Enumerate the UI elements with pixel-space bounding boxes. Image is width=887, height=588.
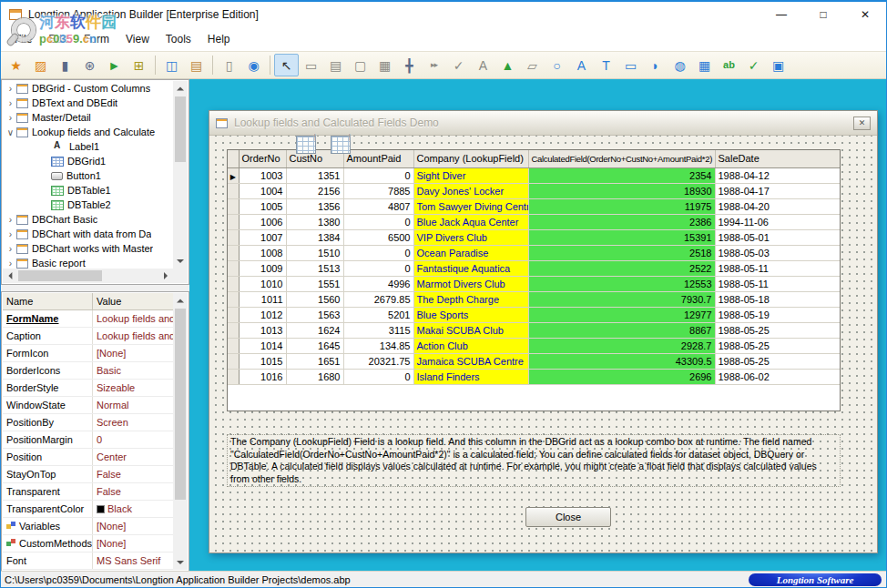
property-value-cell[interactable]: [None] — [93, 535, 173, 552]
property-row[interactable]: BorderIcons Basic — [3, 362, 173, 380]
tree-item[interactable]: › DBChart Basic — [3, 212, 173, 227]
menu-item[interactable]: View — [117, 29, 158, 49]
property-value-cell[interactable]: Normal — [93, 397, 173, 413]
cell-orderno[interactable]: 1012 — [239, 307, 286, 322]
label-icon[interactable]: A — [471, 54, 495, 76]
cell-orderno[interactable]: 1011 — [239, 291, 286, 307]
dbimage-icon[interactable]: ▣ — [766, 54, 790, 76]
dbcheckbox-icon[interactable]: ✓ — [741, 54, 766, 76]
cell-orderno[interactable]: 1006 — [239, 214, 286, 229]
property-row[interactable]: PositionMargin 0 — [3, 431, 173, 449]
tree-expand-icon[interactable]: › — [5, 113, 16, 123]
dbgrid-icon[interactable]: ▦ — [692, 54, 717, 76]
cell-orderno[interactable]: 1010 — [239, 276, 286, 291]
cell-company[interactable]: Island Finders — [413, 369, 528, 384]
scroll-up-icon[interactable] — [173, 293, 188, 308]
property-row[interactable]: FormIcon [None] — [3, 345, 173, 362]
cell-saledate[interactable]: 1988-04-12 — [715, 167, 840, 183]
cell-amountpaid[interactable]: 0 — [343, 369, 413, 384]
cell-company[interactable]: Sight Diver — [413, 167, 528, 183]
property-row[interactable]: WindowState Normal — [3, 397, 173, 414]
grid-row[interactable]: 1009 1513 0 Fantastique Aquatica 2522 19… — [228, 260, 840, 276]
properties-vertical-scrollbar[interactable] — [173, 293, 188, 570]
cell-company[interactable]: Makai SCUBA Club — [413, 322, 528, 338]
cell-calculatedfield[interactable]: 7930.7 — [528, 291, 715, 307]
cell-orderno[interactable]: 1007 — [239, 229, 286, 245]
cell-saledate[interactable]: 1988-04-17 — [715, 183, 840, 198]
scroll-down-icon[interactable] — [173, 254, 188, 269]
property-value-cell[interactable]: Sizeable — [93, 380, 173, 396]
new-form-icon[interactable]: ▯ — [217, 54, 241, 76]
new-project-icon[interactable]: ★ — [4, 54, 28, 76]
cell-company[interactable]: Ocean Paradise — [413, 245, 528, 260]
cell-company[interactable]: Action Club — [413, 338, 528, 353]
cell-calculatedfield[interactable]: 2522 — [528, 260, 715, 276]
tree-expand-icon[interactable]: › — [5, 259, 16, 269]
dbtable1-component-icon[interactable] — [296, 136, 316, 154]
property-row[interactable]: StayOnTop False — [3, 466, 173, 483]
property-value-cell[interactable]: Lookup fields and — [93, 328, 173, 344]
cell-saledate[interactable]: 1988-05-25 — [715, 322, 840, 338]
tree-item[interactable]: DBTable1 — [3, 183, 173, 198]
tree-vertical-scrollbar[interactable] — [173, 81, 188, 269]
tree-expand-icon[interactable]: › — [5, 244, 16, 254]
tree-expand-icon[interactable]: › — [5, 98, 16, 108]
save-icon[interactable]: ▮ — [53, 54, 77, 76]
dbedit-icon[interactable]: ab — [717, 54, 741, 76]
cell-orderno[interactable]: 1013 — [239, 322, 286, 338]
cell-calculatedfield[interactable]: 12553 — [528, 276, 715, 291]
tree-item[interactable]: › DBGrid - Custom Columns — [3, 81, 173, 96]
copy-icon[interactable]: ◫ — [159, 54, 184, 76]
cell-company[interactable]: Davy Jones' Locker — [413, 183, 528, 198]
grid-row[interactable]: 1012 1563 5201 Blue Sports 12977 1988-05… — [228, 307, 840, 322]
dbtable2-component-icon[interactable] — [331, 136, 351, 154]
cell-company[interactable]: Blue Jack Aqua Center — [413, 214, 528, 229]
grid-row[interactable]: 1007 1384 6500 VIP Divers Club 15391 198… — [228, 229, 840, 245]
maximize-button[interactable]: □ — [802, 2, 844, 27]
cell-amountpaid[interactable]: 5201 — [343, 307, 413, 322]
grid-row[interactable]: 1010 1551 4996 Marmot Divers Club 12553 … — [228, 276, 840, 291]
scrollbar-thumb[interactable] — [18, 270, 102, 281]
menu-item[interactable]: Tools — [158, 29, 199, 49]
cell-custno[interactable]: 1551 — [286, 276, 343, 291]
cell-custno[interactable]: 1563 — [286, 307, 343, 322]
form-titlebar[interactable]: Lookup fields and Calculated Fields Demo… — [209, 111, 877, 136]
cell-custno[interactable]: 1560 — [286, 291, 343, 307]
cell-calculatedfield[interactable]: 43309.5 — [528, 353, 715, 369]
cell-amountpaid[interactable]: 0 — [343, 167, 413, 183]
run-icon[interactable]: ► — [102, 54, 127, 76]
scroll-up-icon[interactable] — [173, 81, 188, 96]
minimize-button[interactable]: — — [760, 2, 802, 27]
cell-saledate[interactable]: 1988-06-02 — [715, 369, 840, 384]
cell-orderno[interactable]: 1016 — [239, 369, 286, 384]
tree-item[interactable]: › DBChart with data from Da — [3, 227, 173, 241]
tree-item[interactable]: DBTable2 — [3, 198, 173, 212]
cell-calculatedfield[interactable]: 8867 — [528, 322, 715, 338]
cell-amountpaid[interactable]: 4996 — [343, 276, 413, 291]
cell-custno[interactable]: 1680 — [286, 369, 343, 384]
move-tool-icon[interactable]: ╋ — [397, 54, 422, 76]
tree-item[interactable]: DBGrid1 — [3, 154, 173, 168]
cell-orderno[interactable]: 1005 — [239, 198, 286, 214]
close-button[interactable]: ✕ — [844, 2, 886, 27]
dbnavigator-icon[interactable]: ▸▸ — [422, 54, 446, 76]
cell-orderno[interactable]: 1003 — [239, 167, 286, 183]
cell-calculatedfield[interactable]: 2928.7 — [528, 338, 715, 353]
cell-custno[interactable]: 1645 — [286, 338, 343, 353]
cell-orderno[interactable]: 1004 — [239, 183, 286, 198]
database-icon[interactable]: ⊞ — [127, 54, 151, 76]
pagecontrol-icon[interactable]: ▦ — [372, 54, 397, 76]
cell-amountpaid[interactable]: 6500 — [343, 229, 413, 245]
cell-calculatedfield[interactable]: 12977 — [528, 307, 715, 322]
cell-saledate[interactable]: 1988-04-20 — [715, 198, 840, 214]
tree-expand-icon[interactable]: › — [5, 215, 16, 225]
property-value-cell[interactable]: [None] — [93, 518, 173, 534]
groupbox-icon[interactable]: ▢ — [348, 54, 372, 76]
col-header-amountpaid[interactable]: AmountPaid — [343, 150, 413, 167]
property-row[interactable]: Position Center — [3, 449, 173, 466]
property-value-cell[interactable]: Basic — [93, 362, 173, 379]
memo-icon[interactable]: ▤ — [323, 54, 348, 76]
cell-custno[interactable]: 1356 — [286, 198, 343, 214]
cell-company[interactable]: Fantastique Aquatica — [413, 260, 528, 276]
ellipse-icon[interactable]: ○ — [545, 54, 569, 76]
